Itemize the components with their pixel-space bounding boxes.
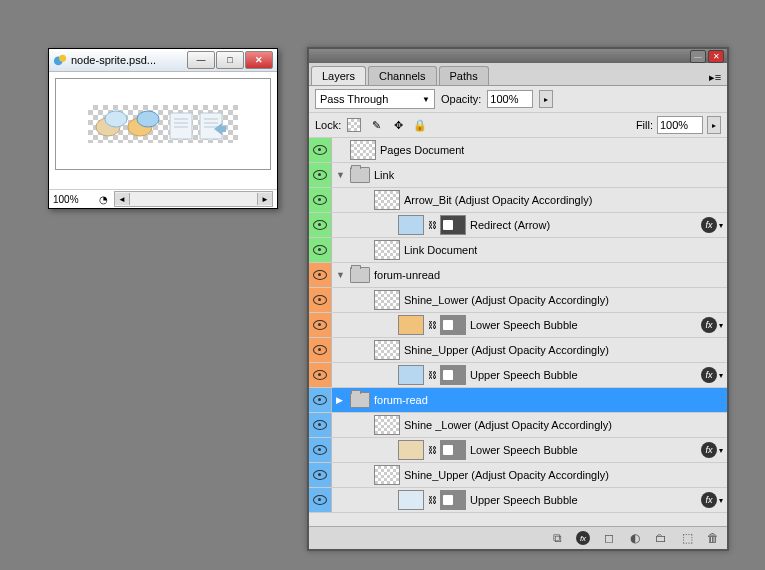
fx-expand-icon[interactable]: ▾ bbox=[719, 446, 723, 455]
link-layers-icon[interactable]: ⧉ bbox=[549, 530, 565, 546]
link-mask-icon[interactable]: ⛓ bbox=[428, 218, 436, 232]
layer-row[interactable]: ⛓Lower Speech Bubblefx▾ bbox=[309, 313, 727, 338]
horizontal-scrollbar[interactable]: ◄ ► bbox=[114, 191, 273, 207]
layer-name[interactable]: Redirect (Arrow) bbox=[470, 219, 550, 231]
layer-effects[interactable]: fx▾ bbox=[701, 442, 723, 458]
visibility-toggle[interactable] bbox=[309, 163, 332, 187]
layer-content[interactable]: Shine_Upper (Adjust Opacity Accordingly) bbox=[332, 463, 727, 487]
layer-row[interactable]: ⛓Lower Speech Bubblefx▾ bbox=[309, 438, 727, 463]
layer-effects[interactable]: fx▾ bbox=[701, 367, 723, 383]
scroll-right-icon[interactable]: ► bbox=[257, 193, 272, 205]
layer-name[interactable]: Pages Document bbox=[380, 144, 464, 156]
maximize-button[interactable]: □ bbox=[216, 51, 244, 69]
visibility-toggle[interactable] bbox=[309, 363, 332, 387]
opacity-input[interactable]: 100% bbox=[487, 90, 533, 108]
fx-expand-icon[interactable]: ▾ bbox=[719, 371, 723, 380]
layer-content[interactable]: Arrow_Bit (Adjust Opacity Accordingly) bbox=[332, 188, 727, 212]
document-titlebar[interactable]: node-sprite.psd... — □ ✕ bbox=[49, 49, 277, 72]
layer-name[interactable]: Lower Speech Bubble bbox=[470, 444, 578, 456]
layer-row[interactable]: Pages Document bbox=[309, 138, 727, 163]
layer-content[interactable]: ▶forum-read bbox=[332, 388, 727, 412]
doc-info-icon[interactable]: ◔ bbox=[99, 194, 108, 205]
expand-toggle[interactable]: ▶ bbox=[336, 395, 346, 405]
fill-flyout-button[interactable]: ▸ bbox=[707, 116, 721, 134]
tab-channels[interactable]: Channels bbox=[368, 66, 436, 85]
layer-content[interactable]: ▼Link bbox=[332, 163, 727, 187]
layer-thumbnail[interactable] bbox=[374, 190, 400, 210]
layer-thumbnail[interactable] bbox=[398, 440, 424, 460]
canvas[interactable] bbox=[55, 78, 271, 170]
fx-expand-icon[interactable]: ▾ bbox=[719, 321, 723, 330]
mask-thumbnail[interactable] bbox=[440, 365, 466, 385]
visibility-toggle[interactable] bbox=[309, 463, 332, 487]
layers-list[interactable]: Pages Document▼LinkArrow_Bit (Adjust Opa… bbox=[309, 138, 727, 536]
new-group-icon[interactable]: 🗀 bbox=[653, 530, 669, 546]
layer-name[interactable]: Shine _Lower (Adjust Opacity Accordingly… bbox=[404, 419, 612, 431]
lock-position-icon[interactable]: ✥ bbox=[389, 116, 407, 134]
layer-content[interactable]: ⛓Redirect (Arrow)fx▾ bbox=[332, 213, 727, 237]
layer-row[interactable]: ▼forum-unread bbox=[309, 263, 727, 288]
visibility-toggle[interactable] bbox=[309, 213, 332, 237]
layer-name[interactable]: Upper Speech Bubble bbox=[470, 494, 578, 506]
layer-thumbnail[interactable] bbox=[398, 315, 424, 335]
layer-name[interactable]: Shine_Upper (Adjust Opacity Accordingly) bbox=[404, 469, 609, 481]
close-button[interactable]: ✕ bbox=[245, 51, 273, 69]
layer-thumbnail[interactable] bbox=[374, 465, 400, 485]
layer-thumbnail[interactable] bbox=[374, 240, 400, 260]
layer-thumbnail[interactable] bbox=[374, 340, 400, 360]
mask-thumbnail[interactable] bbox=[440, 315, 466, 335]
expand-toggle[interactable]: ▼ bbox=[336, 270, 346, 280]
visibility-toggle[interactable] bbox=[309, 188, 332, 212]
layer-content[interactable]: Shine_Lower (Adjust Opacity Accordingly) bbox=[332, 288, 727, 312]
panel-menu-button[interactable]: ▸≡ bbox=[707, 69, 723, 85]
layer-content[interactable]: Shine _Lower (Adjust Opacity Accordingly… bbox=[332, 413, 727, 437]
layer-row[interactable]: Shine_Upper (Adjust Opacity Accordingly) bbox=[309, 338, 727, 363]
layer-effects[interactable]: fx▾ bbox=[701, 492, 723, 508]
fill-input[interactable]: 100% bbox=[657, 116, 703, 134]
layer-name[interactable]: Upper Speech Bubble bbox=[470, 369, 578, 381]
layer-content[interactable]: ⛓Lower Speech Bubblefx▾ bbox=[332, 313, 727, 337]
layer-row[interactable]: Shine_Lower (Adjust Opacity Accordingly) bbox=[309, 288, 727, 313]
mask-thumbnail[interactable] bbox=[440, 440, 466, 460]
visibility-toggle[interactable] bbox=[309, 388, 332, 412]
link-mask-icon[interactable]: ⛓ bbox=[428, 493, 436, 507]
layer-name[interactable]: Shine_Upper (Adjust Opacity Accordingly) bbox=[404, 344, 609, 356]
layer-name[interactable]: forum-unread bbox=[374, 269, 440, 281]
layer-row[interactable]: Link Document bbox=[309, 238, 727, 263]
mask-thumbnail[interactable] bbox=[440, 490, 466, 510]
link-mask-icon[interactable]: ⛓ bbox=[428, 368, 436, 382]
expand-toggle[interactable]: ▼ bbox=[336, 170, 346, 180]
layer-style-icon[interactable]: fx bbox=[575, 530, 591, 546]
layer-thumbnail[interactable] bbox=[398, 490, 424, 510]
layer-name[interactable]: Link bbox=[374, 169, 394, 181]
layer-thumbnail[interactable] bbox=[350, 140, 376, 160]
panel-titlebar[interactable]: — ✕ bbox=[309, 49, 727, 63]
layer-effects[interactable]: fx▾ bbox=[701, 217, 723, 233]
panel-close-button[interactable]: ✕ bbox=[708, 50, 724, 63]
layer-thumbnail[interactable] bbox=[398, 215, 424, 235]
lock-pixels-icon[interactable]: ✎ bbox=[367, 116, 385, 134]
fx-expand-icon[interactable]: ▾ bbox=[719, 221, 723, 230]
opacity-flyout-button[interactable]: ▸ bbox=[539, 90, 553, 108]
layer-content[interactable]: Link Document bbox=[332, 238, 727, 262]
layer-row[interactable]: Shine_Upper (Adjust Opacity Accordingly) bbox=[309, 463, 727, 488]
layer-row[interactable]: Shine _Lower (Adjust Opacity Accordingly… bbox=[309, 413, 727, 438]
zoom-value[interactable]: 100% bbox=[53, 194, 93, 205]
visibility-toggle[interactable] bbox=[309, 288, 332, 312]
layer-effects[interactable]: fx▾ bbox=[701, 317, 723, 333]
layer-content[interactable]: ⛓Lower Speech Bubblefx▾ bbox=[332, 438, 727, 462]
lock-all-icon[interactable]: 🔒 bbox=[411, 116, 429, 134]
layer-name[interactable]: Link Document bbox=[404, 244, 477, 256]
layer-row[interactable]: ⛓Upper Speech Bubblefx▾ bbox=[309, 488, 727, 513]
layer-content[interactable]: Shine_Upper (Adjust Opacity Accordingly) bbox=[332, 338, 727, 362]
layer-row[interactable]: ⛓Upper Speech Bubblefx▾ bbox=[309, 363, 727, 388]
scroll-left-icon[interactable]: ◄ bbox=[115, 193, 130, 205]
layer-mask-icon[interactable]: ◻ bbox=[601, 530, 617, 546]
panel-minimize-button[interactable]: — bbox=[690, 50, 706, 63]
visibility-toggle[interactable] bbox=[309, 313, 332, 337]
mask-thumbnail[interactable] bbox=[440, 215, 466, 235]
minimize-button[interactable]: — bbox=[187, 51, 215, 69]
visibility-toggle[interactable] bbox=[309, 263, 332, 287]
layer-thumbnail[interactable] bbox=[374, 290, 400, 310]
layer-row[interactable]: ▼Link bbox=[309, 163, 727, 188]
